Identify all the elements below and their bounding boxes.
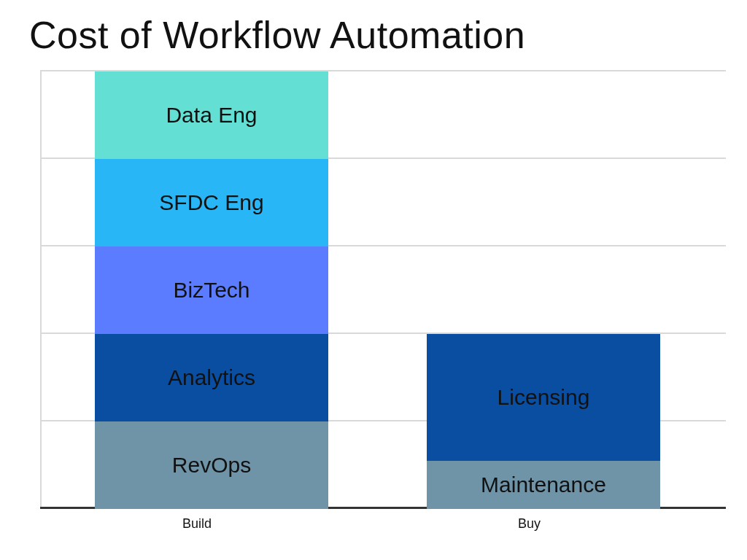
segment-data-eng: Data Eng	[95, 71, 328, 159]
chart-plot-area: RevOpsAnalyticsBizTechSFDC EngData EngBu…	[40, 71, 726, 509]
chart-title: Cost of Workflow Automation	[29, 13, 525, 57]
bar-buy: MaintenanceLicensing	[427, 334, 660, 509]
page: Cost of Workflow Automation RevOpsAnalyt…	[0, 0, 747, 560]
x-label-buy: Buy	[518, 516, 541, 532]
segment-licensing: Licensing	[427, 334, 660, 461]
y-axis-line	[40, 71, 42, 509]
segment-biztech: BizTech	[95, 246, 328, 334]
bar-build: RevOpsAnalyticsBizTechSFDC EngData Eng	[95, 71, 328, 509]
x-label-build: Build	[182, 516, 212, 532]
segment-sfdc-eng: SFDC Eng	[95, 159, 328, 246]
segment-analytics: Analytics	[95, 334, 328, 421]
segment-maintenance: Maintenance	[427, 461, 660, 509]
segment-revops: RevOps	[95, 421, 328, 509]
